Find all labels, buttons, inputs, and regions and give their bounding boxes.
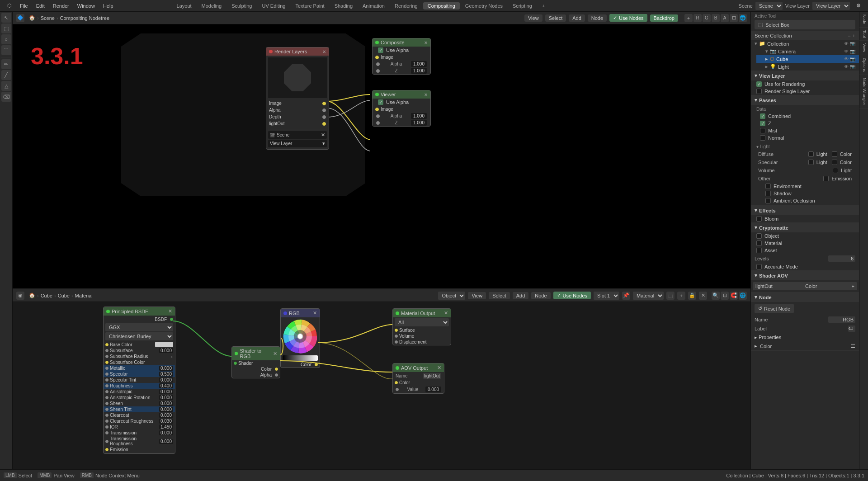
edit-menu[interactable]: Edit — [33, 2, 48, 9]
tab-animation[interactable]: Animation — [358, 2, 389, 9]
light-item[interactable]: ▸ 💡 Light 👁 📷 — [756, 63, 859, 71]
pin-icon[interactable]: 📌 — [622, 292, 630, 300]
cube-visibility-icon[interactable]: 👁 — [844, 57, 849, 61]
tab-texture-paint[interactable]: Texture Paint — [291, 2, 329, 9]
bloom-cb[interactable] — [756, 216, 762, 222]
base-color-socket[interactable] — [105, 343, 108, 346]
subsurface-radius-arrow[interactable]: ▸ — [171, 354, 173, 359]
blender-menu[interactable]: ⬡ — [4, 2, 15, 9]
breadcrumb-nodetree[interactable]: Compositing Nodetree — [60, 15, 109, 21]
tab-shading[interactable]: Shading — [330, 2, 357, 9]
cube-item[interactable]: ▸ ⬡ Cube 👁 📷 — [756, 55, 859, 63]
camera-render-icon[interactable]: 📷 — [850, 49, 855, 54]
anisotropic-rot-socket[interactable] — [105, 396, 108, 399]
b-channel[interactable]: B — [712, 14, 720, 22]
displacement-socket[interactable] — [395, 340, 398, 344]
window-menu[interactable]: Window — [74, 2, 99, 9]
bsdf-distribution-dropdown[interactable]: GGX — [105, 323, 173, 331]
a-channel[interactable]: A — [721, 14, 729, 22]
ambient-occlusion-cb[interactable] — [765, 198, 771, 203]
collection-render-icon[interactable]: 📷 — [850, 41, 855, 46]
viewer-alpha-socket[interactable] — [376, 114, 380, 118]
normal-cb[interactable] — [760, 135, 765, 141]
properties-expand[interactable]: ▸ Properties — [751, 333, 859, 342]
tab-rendering[interactable]: Rendering — [390, 2, 422, 9]
sheen-socket[interactable] — [105, 402, 108, 405]
snapping-icon[interactable]: 🧲 — [730, 292, 738, 300]
vtab-view[interactable]: View — [859, 41, 868, 55]
compositor-type-icon[interactable]: 🔷 — [16, 14, 24, 22]
specular-color-cb[interactable] — [832, 160, 837, 165]
alpha-output-socket[interactable] — [322, 108, 326, 112]
shader-to-rgb-close[interactable]: ✕ — [273, 351, 277, 357]
cryptomatte-material-cb[interactable] — [756, 240, 762, 246]
camera-visibility-icon[interactable]: 👁 — [844, 49, 849, 54]
mist-cb[interactable] — [760, 128, 765, 133]
subsurface-color-socket[interactable] — [105, 361, 108, 364]
select-box-button[interactable]: ⬚ Select Box — [755, 20, 855, 29]
shadow-cb[interactable] — [765, 191, 771, 196]
material-output-slot[interactable]: All — [395, 318, 449, 326]
passes-header[interactable]: ▾ Passes — [751, 95, 859, 105]
surface-socket[interactable] — [395, 329, 398, 332]
tab-layout[interactable]: Layout — [172, 2, 196, 9]
subsurface-radius-socket[interactable] — [105, 355, 108, 358]
base-color-swatch[interactable] — [155, 342, 173, 347]
breadcrumb-cube2[interactable]: Cube — [58, 293, 70, 298]
rgb-output-socket[interactable] — [315, 363, 318, 366]
vtab-options[interactable]: Options — [859, 55, 868, 75]
tab-scripting[interactable]: Scripting — [508, 2, 537, 9]
z-cb[interactable]: ✓ — [760, 121, 765, 126]
aov-output-header[interactable]: AOV Output ✕ — [393, 363, 444, 372]
bsdf-output-socket[interactable] — [170, 318, 173, 321]
light-render-icon[interactable]: 📷 — [850, 64, 855, 69]
tab-compositing[interactable]: Compositing — [423, 2, 460, 9]
display-mode[interactable]: ⊡ — [730, 14, 738, 22]
color-expand[interactable]: ▸ Color ☰ — [751, 342, 859, 350]
diffuse-light-cb[interactable] — [808, 151, 814, 157]
material-type-icon[interactable]: ◉ — [16, 292, 24, 300]
annotate-tool[interactable]: ✏ — [1, 59, 11, 69]
view-menu-material[interactable]: View — [468, 292, 486, 299]
tab-uv-editing[interactable]: UV Editing — [257, 2, 290, 9]
annotate-polygon-tool[interactable]: △ — [1, 81, 11, 91]
close-material-icon[interactable]: ✕ — [699, 292, 707, 300]
zoom-in-icon[interactable]: + — [684, 14, 693, 22]
aov-output-close[interactable]: ✕ — [437, 365, 441, 371]
select-lasso-tool[interactable]: ⌒ — [1, 45, 11, 55]
value-slider[interactable] — [283, 355, 318, 361]
anisotropic-socket[interactable] — [105, 390, 108, 393]
bsdf-close[interactable]: ✕ — [168, 308, 172, 314]
tab-geometry-nodes[interactable]: Geometry Nodes — [461, 2, 507, 9]
display-material[interactable]: ⊡ — [721, 292, 729, 300]
reset-node-button[interactable]: ↺ Reset Node — [755, 304, 794, 313]
material-settings-icon[interactable]: 🌐 — [739, 292, 747, 300]
r-channel[interactable]: R — [693, 14, 702, 22]
use-for-rendering-cb[interactable]: ✓ — [756, 81, 762, 87]
select-box-tool[interactable]: ⬚ — [1, 24, 11, 33]
breadcrumb-cube1[interactable]: Cube — [41, 293, 52, 298]
depth-output-socket[interactable] — [322, 115, 326, 119]
use-nodes-material[interactable]: ✓ Use Nodes — [553, 292, 591, 299]
diffuse-color-cb[interactable] — [832, 151, 837, 157]
node-section-header[interactable]: ▾ Node — [751, 292, 859, 302]
fake-user-icon[interactable]: 🔒 — [688, 292, 696, 300]
select-circle-tool[interactable]: ○ — [1, 34, 11, 44]
str-color-socket[interactable] — [275, 368, 278, 371]
image-output-socket[interactable] — [322, 102, 326, 105]
cryptomatte-asset-cb[interactable] — [756, 248, 762, 253]
copy-material-icon[interactable]: ⬚ — [666, 292, 675, 300]
aov-value-socket[interactable] — [396, 388, 399, 391]
str-alpha-socket[interactable] — [275, 373, 278, 377]
view-layer-dropdown-top[interactable]: View Layer — [812, 2, 850, 10]
scene-dropdown[interactable]: Scene — [755, 2, 783, 10]
roughness-socket[interactable] — [105, 384, 108, 387]
label-icon[interactable]: 🏷 — [848, 325, 855, 332]
slot-dropdown[interactable]: Slot 1 — [594, 292, 619, 300]
specular-light-cb[interactable] — [808, 160, 814, 165]
material-output-header[interactable]: Material Output ✕ — [393, 309, 451, 317]
new-material-icon[interactable]: + — [677, 292, 685, 300]
tab-sculpting[interactable]: Sculpting — [227, 2, 256, 9]
shader-input-socket[interactable] — [234, 362, 237, 365]
use-nodes-compositor[interactable]: ✓ Use Nodes — [609, 14, 647, 22]
